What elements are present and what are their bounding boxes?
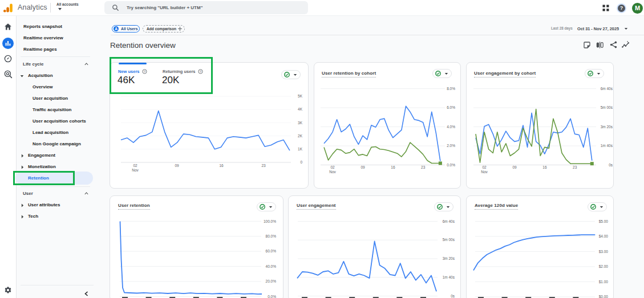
svg-text:0.0%: 0.0%: [447, 163, 455, 167]
svg-text:02: 02: [330, 165, 335, 169]
svg-text:80.0%: 80.0%: [266, 234, 277, 238]
svg-text:4.0%: 4.0%: [447, 125, 455, 129]
svg-text:5K: 5K: [298, 94, 303, 98]
svg-text:$5.00: $5.00: [599, 219, 609, 223]
svg-text:0.0%: 0.0%: [268, 295, 276, 298]
svg-text:Nov: Nov: [481, 170, 488, 174]
svg-text:23: 23: [573, 165, 577, 169]
svg-text:3m 20s: 3m 20s: [601, 125, 613, 129]
svg-text:23: 23: [261, 164, 266, 168]
svg-text:3K: 3K: [298, 121, 303, 125]
svg-text:09: 09: [512, 165, 517, 169]
svg-text:16: 16: [219, 164, 224, 168]
svg-text:$1.00: $1.00: [599, 280, 609, 284]
svg-text:0: 0: [300, 160, 302, 164]
svg-text:$4.00: $4.00: [599, 234, 609, 238]
svg-text:$2.00: $2.00: [599, 264, 609, 268]
svg-text:8.0%: 8.0%: [447, 87, 455, 91]
svg-text:16: 16: [542, 165, 547, 169]
svg-text:02: 02: [482, 165, 487, 169]
svg-text:1m 40s: 1m 40s: [601, 144, 613, 148]
svg-text:5m 00s: 5m 00s: [443, 238, 455, 242]
svg-text:60.0%: 60.0%: [266, 249, 277, 253]
svg-text:0s: 0s: [451, 294, 455, 298]
svg-text:09: 09: [175, 164, 179, 168]
svg-text:100.0%: 100.0%: [264, 219, 276, 223]
svg-text:$3.00: $3.00: [599, 250, 609, 254]
svg-text:4K: 4K: [298, 107, 303, 111]
svg-text:23: 23: [421, 165, 426, 169]
svg-text:6.0%: 6.0%: [447, 105, 455, 109]
svg-text:$0.00: $0.00: [599, 295, 609, 298]
svg-text:40.0%: 40.0%: [266, 264, 277, 268]
svg-text:1m 40s: 1m 40s: [443, 275, 455, 279]
svg-text:2K: 2K: [298, 134, 303, 138]
svg-text:Nov: Nov: [329, 170, 336, 174]
svg-text:20.0%: 20.0%: [266, 279, 277, 283]
svg-text:1K: 1K: [298, 147, 303, 151]
svg-text:6m 40s: 6m 40s: [601, 87, 613, 91]
svg-text:6m 40s: 6m 40s: [443, 219, 455, 223]
svg-text:0s: 0s: [609, 163, 613, 167]
svg-text:02: 02: [133, 164, 137, 168]
svg-text:Nov: Nov: [132, 168, 139, 172]
svg-text:09: 09: [361, 165, 365, 169]
svg-text:3m 20s: 3m 20s: [443, 256, 455, 260]
svg-text:5m 00s: 5m 00s: [601, 105, 613, 109]
svg-text:16: 16: [391, 165, 395, 169]
svg-text:2.0%: 2.0%: [447, 144, 455, 148]
